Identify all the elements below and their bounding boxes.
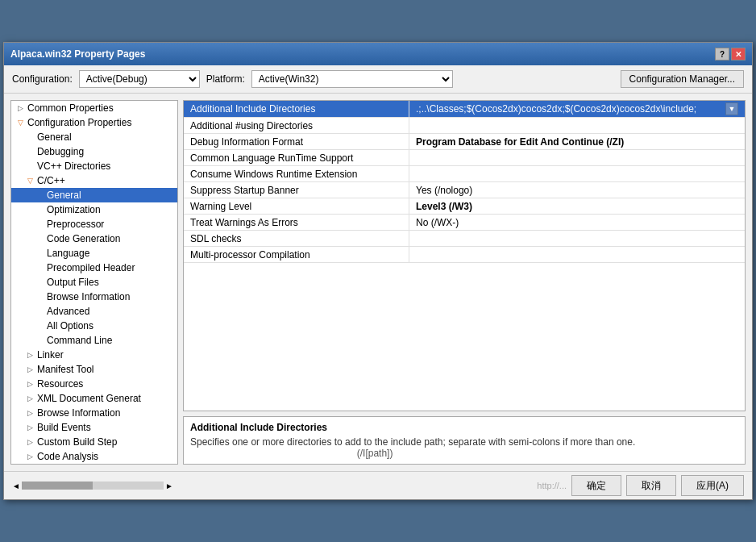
tree-item-build-events[interactable]: ▷Build Events <box>11 420 177 435</box>
description-text: Specifies one or more directories to add… <box>190 436 738 459</box>
tree-label-linker: Linker <box>37 349 64 361</box>
tree-label-manifest-tool: Manifest Tool <box>37 364 93 375</box>
tree-item-preprocessor[interactable]: Preprocessor <box>11 217 177 231</box>
prop-value-common-lang-runtime <box>409 150 745 165</box>
tree-item-optimization[interactable]: Optimization <box>11 202 177 217</box>
tree-label-output-files: Output Files <box>47 277 99 288</box>
tree-label-config-props: Configuration Properties <box>27 117 131 128</box>
tree-arrow-custom-build: ▷ <box>27 438 37 446</box>
prop-name-warning-level: Warning Level <box>184 198 409 214</box>
tree-label-browse-info: Browse Information <box>47 291 130 302</box>
tree-item-output-files[interactable]: Output Files <box>11 275 177 290</box>
tree-label-optimization: Optimization <box>47 204 101 215</box>
scroll-track[interactable] <box>22 482 164 490</box>
tree-arrow-common-props: ▷ <box>18 104 27 112</box>
prop-value-sdl-checks <box>409 231 745 246</box>
ok-button[interactable]: 确定 <box>571 475 621 496</box>
prop-value-text-debug-info-format: Program Database for Edit And Continue (… <box>416 136 624 148</box>
prop-name-add-using-dirs: Additional #using Directories <box>184 118 409 133</box>
prop-value-suppress-banner: Yes (/nologo) <box>409 182 745 198</box>
prop-row-suppress-banner[interactable]: Suppress Startup BannerYes (/nologo) <box>184 182 745 198</box>
tree-label-language: Language <box>47 248 89 259</box>
tree-label-vc-dirs: VC++ Directories <box>37 161 110 172</box>
tree-label-precompiled-header: Precompiled Header <box>47 262 135 273</box>
tree-item-precompiled-header[interactable]: Precompiled Header <box>11 261 177 275</box>
tree-item-browse-info-2[interactable]: ▷Browse Information <box>11 406 177 420</box>
prop-row-common-lang-runtime[interactable]: Common Language RunTime Support <box>184 150 745 166</box>
scroll-left-arrow[interactable]: ◄ <box>12 482 20 490</box>
toolbar: Configuration: Active(Debug) Platform: A… <box>4 65 752 94</box>
tree-item-command-line[interactable]: Command Line <box>11 333 177 348</box>
prop-name-multi-proc-comp: Multi-processor Compilation <box>184 247 409 262</box>
tree-label-cpp-general: General <box>47 190 81 201</box>
prop-value-multi-proc-comp <box>409 247 745 262</box>
tree-item-advanced[interactable]: Advanced <box>11 304 177 319</box>
prop-row-consume-win-runtime[interactable]: Consume Windows Runtime Extension <box>184 166 745 182</box>
prop-value-consume-win-runtime <box>409 166 745 181</box>
tree-item-all-options[interactable]: All Options <box>11 319 177 333</box>
tree-item-code-generation[interactable]: Code Generation <box>11 231 177 246</box>
prop-value-add-include-dirs[interactable]: .;..\Classes;$(Cocos2dx)cocos2dx;$(Cocos… <box>409 101 745 117</box>
bottom-area: ◄ ► http://... 确定 取消 应用(A) <box>4 471 752 499</box>
config-label: Configuration: <box>12 73 73 85</box>
tree-label-browse-info-2: Browse Information <box>37 407 120 419</box>
close-button[interactable]: ✕ <box>731 48 746 60</box>
prop-row-treat-warnings-errors[interactable]: Treat Warnings As ErrorsNo (/WX-) <box>184 215 745 231</box>
title-bar: Alpaca.win32 Property Pages ? ✕ <box>4 43 752 65</box>
tree-label-preprocessor: Preprocessor <box>47 219 104 230</box>
prop-value-debug-info-format: Program Database for Edit And Continue (… <box>409 134 745 149</box>
tree-item-resources[interactable]: ▷Resources <box>11 377 177 391</box>
tree-item-language[interactable]: Language <box>11 246 177 261</box>
prop-row-add-using-dirs[interactable]: Additional #using Directories <box>184 118 745 134</box>
tree-item-vc-dirs[interactable]: VC++ Directories <box>11 159 177 173</box>
tree-item-xml-doc-gen[interactable]: ▷XML Document Generat <box>11 391 177 406</box>
help-button[interactable]: ? <box>715 48 729 60</box>
prop-row-sdl-checks[interactable]: SDL checks <box>184 231 745 247</box>
config-manager-button[interactable]: Configuration Manager... <box>621 70 744 88</box>
platform-select[interactable]: Active(Win32) <box>251 70 453 88</box>
prop-value-add-using-dirs <box>409 118 745 133</box>
prop-name-common-lang-runtime: Common Language RunTime Support <box>184 150 409 165</box>
tree-item-config-props[interactable]: ▽Configuration Properties <box>11 115 177 130</box>
prop-row-add-include-dirs[interactable]: Additional Include Directories.;..\Class… <box>184 101 745 118</box>
prop-name-add-include-dirs: Additional Include Directories <box>184 101 409 117</box>
prop-name-consume-win-runtime: Consume Windows Runtime Extension <box>184 166 409 181</box>
status-url: http://... <box>537 481 567 490</box>
left-panel-tree: ▷Common Properties▽Configuration Propert… <box>10 100 178 465</box>
prop-row-debug-info-format[interactable]: Debug Information FormatProgram Database… <box>184 134 745 150</box>
tree-label-c-cpp: C/C++ <box>37 175 65 186</box>
scroll-thumb <box>22 482 93 490</box>
description-title: Additional Include Directories <box>190 422 738 433</box>
tree-item-common-props[interactable]: ▷Common Properties <box>11 101 177 115</box>
tree-item-debugging[interactable]: Debugging <box>11 144 177 159</box>
prop-row-warning-level[interactable]: Warning LevelLevel3 (/W3) <box>184 198 745 215</box>
tree-label-code-analysis: Code Analysis <box>37 451 98 462</box>
tree-item-custom-build[interactable]: ▷Custom Build Step <box>11 435 177 449</box>
tree-label-code-generation: Code Generation <box>47 233 120 244</box>
main-content: ▷Common Properties▽Configuration Propert… <box>4 94 752 471</box>
tree-item-linker[interactable]: ▷Linker <box>11 348 177 362</box>
tree-label-debugging: Debugging <box>37 146 84 157</box>
tree-item-code-analysis[interactable]: ▷Code Analysis <box>11 449 177 464</box>
cancel-button[interactable]: 取消 <box>626 475 676 496</box>
tree-item-cpp-general[interactable]: General <box>11 188 177 202</box>
tree-label-all-options: All Options <box>47 320 93 331</box>
tree-arrow-build-events: ▷ <box>27 423 37 432</box>
value-dropdown-button-add-include-dirs[interactable]: ▼ <box>725 102 738 115</box>
scroll-right-arrow[interactable]: ► <box>165 482 173 490</box>
configuration-select[interactable]: Active(Debug) <box>79 70 200 88</box>
tree-item-c-cpp[interactable]: ▽C/C++ <box>11 173 177 188</box>
tree-arrow-manifest-tool: ▷ <box>27 365 37 373</box>
tree-arrow-code-analysis: ▷ <box>27 452 37 461</box>
tree-item-general[interactable]: General <box>11 130 177 144</box>
properties-grid: Additional Include Directories.;..\Class… <box>183 100 746 411</box>
apply-button[interactable]: 应用(A) <box>681 475 744 496</box>
prop-row-multi-proc-comp[interactable]: Multi-processor Compilation <box>184 247 745 263</box>
tree-item-manifest-tool[interactable]: ▷Manifest Tool <box>11 362 177 377</box>
prop-name-treat-warnings-errors: Treat Warnings As Errors <box>184 215 409 230</box>
prop-value-treat-warnings-errors: No (/WX-) <box>409 215 745 230</box>
tree-item-browse-info[interactable]: Browse Information <box>11 290 177 304</box>
tree-label-resources: Resources <box>37 378 83 390</box>
tree-arrow-c-cpp: ▽ <box>27 177 37 185</box>
tree-label-general: General <box>37 131 72 143</box>
